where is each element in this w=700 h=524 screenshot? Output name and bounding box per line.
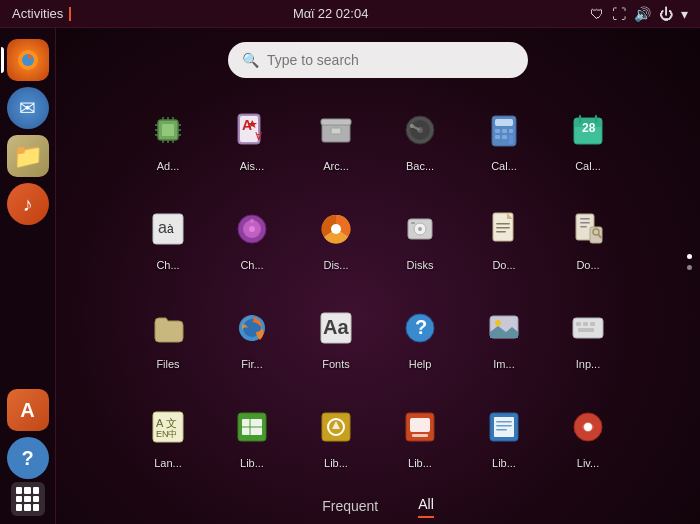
app-calendar[interactable]: 28Cal...: [548, 98, 628, 191]
app-docviewer[interactable]: Do...: [548, 197, 628, 290]
svg-rect-91: [410, 418, 430, 432]
calendar-label: Cal...: [553, 160, 623, 172]
app-cheese[interactable]: Ch...: [212, 197, 292, 290]
app-archive[interactable]: Arc...: [296, 98, 376, 191]
settings-icon[interactable]: ▾: [681, 6, 688, 22]
firefox-label: Fir...: [217, 358, 287, 370]
svg-rect-74: [576, 322, 581, 326]
app-calculator[interactable]: Cal...: [464, 98, 544, 191]
archive-icon: [310, 104, 362, 156]
livepatch-label: Liv...: [553, 457, 623, 469]
tab-all[interactable]: All: [418, 496, 434, 518]
cpu-freq-icon: [142, 104, 194, 156]
app-aisleriot[interactable]: AAAis...: [212, 98, 292, 191]
app-language[interactable]: A文EN中Lan...: [128, 395, 208, 488]
help-sidebar-icon: ?: [21, 447, 33, 470]
imageviewer-icon: [478, 302, 530, 354]
svg-rect-31: [509, 129, 513, 133]
app-fonts[interactable]: AaFonts: [296, 296, 376, 389]
app-libreimpress[interactable]: Lib...: [380, 395, 460, 488]
activities-button[interactable]: Activities: [12, 6, 71, 22]
svg-point-99: [584, 423, 592, 431]
search-icon: 🔍: [242, 52, 259, 68]
search-input[interactable]: [267, 52, 514, 68]
libreimpress-icon: [394, 401, 446, 453]
app-librecalc[interactable]: Lib...: [212, 395, 292, 488]
cpu-freq-label: Ad...: [133, 160, 203, 172]
svg-text:EN: EN: [156, 429, 169, 439]
svg-rect-77: [578, 328, 594, 332]
app-document[interactable]: Do...: [464, 197, 544, 290]
svg-text:?: ?: [415, 316, 427, 338]
svg-text:a: a: [158, 219, 167, 236]
search-bar: 🔍: [228, 42, 528, 78]
app-librewriter[interactable]: Lib...: [464, 395, 544, 488]
sidebar-item-firefox[interactable]: [7, 39, 49, 81]
svg-point-46: [249, 226, 255, 232]
svg-text:A: A: [156, 417, 164, 429]
svg-rect-53: [411, 222, 415, 224]
svg-point-52: [418, 227, 422, 231]
backup-icon: [394, 104, 446, 156]
inputmethod-label: Inp...: [553, 358, 623, 370]
app-livepatch[interactable]: Liv...: [548, 395, 628, 488]
power-icon[interactable]: ⏻: [659, 6, 673, 22]
svg-point-72: [495, 320, 501, 326]
imageviewer-label: Im...: [469, 358, 539, 370]
files-icon: [142, 302, 194, 354]
app-help[interactable]: ?Help: [380, 296, 460, 389]
inputmethod-icon: [562, 302, 614, 354]
document-label: Do...: [469, 259, 539, 271]
app-imageviewer[interactable]: Im...: [464, 296, 544, 389]
firefox-icon: [226, 302, 278, 354]
music-icon: ♪: [23, 193, 33, 216]
app-firefox[interactable]: Fir...: [212, 296, 292, 389]
svg-rect-30: [502, 129, 507, 133]
svg-rect-60: [580, 222, 590, 224]
cheese-label: Ch...: [217, 259, 287, 271]
app-inputmethod[interactable]: Inp...: [548, 296, 628, 389]
appstore-icon: A: [20, 399, 34, 422]
calendar-icon: 28: [562, 104, 614, 156]
sidebar-item-help[interactable]: ?: [7, 437, 49, 479]
sidebar: ✉ 📁 ♪ A ?: [0, 28, 56, 524]
tab-bar: Frequent All: [322, 496, 434, 518]
svg-rect-29: [495, 129, 500, 133]
tab-frequent[interactable]: Frequent: [322, 498, 378, 518]
system-tray: 🛡 ⛶ 🔊 ⏻ ▾: [590, 6, 688, 22]
files-label: Files: [133, 358, 203, 370]
shield-icon: 🛡: [590, 6, 604, 22]
app-backup[interactable]: Bac...: [380, 98, 460, 191]
svg-rect-76: [590, 322, 595, 326]
disks-label: Disks: [385, 259, 455, 271]
volume-icon[interactable]: 🔊: [634, 6, 651, 22]
app-charmap[interactable]: aàCh...: [128, 197, 208, 290]
aisleriot-label: Ais...: [217, 160, 287, 172]
livepatch-icon: [562, 401, 614, 453]
app-disks[interactable]: Disks: [380, 197, 460, 290]
main-content: 🔍 Ad...AAAis...Arc...Bac...Cal...28Cal..…: [56, 28, 700, 524]
sidebar-item-appstore[interactable]: A: [7, 389, 49, 431]
svg-text:文: 文: [166, 417, 177, 429]
svg-rect-21: [321, 119, 351, 125]
libredraw-icon: [310, 401, 362, 453]
network-icon[interactable]: ⛶: [612, 6, 626, 22]
svg-point-47: [250, 219, 254, 223]
help-icon: ?: [394, 302, 446, 354]
librewriter-icon: [478, 401, 530, 453]
app-disk-usage[interactable]: Dis...: [296, 197, 376, 290]
sidebar-item-music[interactable]: ♪: [7, 183, 49, 225]
app-files[interactable]: Files: [128, 296, 208, 389]
app-libredraw[interactable]: Lib...: [296, 395, 376, 488]
sidebar-item-files[interactable]: 📁: [7, 135, 49, 177]
svg-rect-33: [502, 135, 507, 139]
sidebar-item-mail[interactable]: ✉: [7, 87, 49, 129]
fonts-label: Fonts: [301, 358, 371, 370]
svg-rect-57: [496, 231, 506, 233]
svg-text:Aa: Aa: [323, 316, 349, 338]
app-cpu-freq[interactable]: Ad...: [128, 98, 208, 191]
fonts-icon: Aa: [310, 302, 362, 354]
show-apps-button[interactable]: [11, 482, 45, 516]
librecalc-label: Lib...: [217, 457, 287, 469]
calculator-icon: [478, 104, 530, 156]
